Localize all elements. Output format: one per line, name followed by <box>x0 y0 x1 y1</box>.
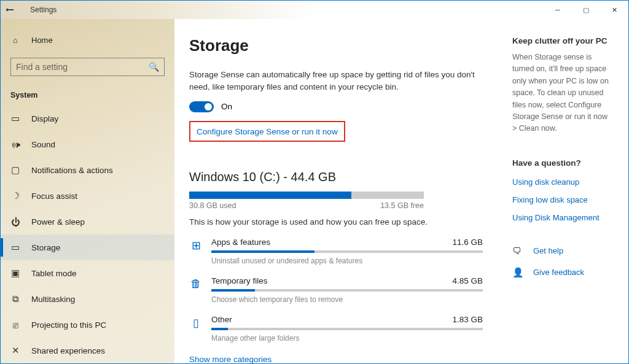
search-input[interactable] <box>16 62 149 72</box>
feedback-icon: 👤 <box>512 267 522 278</box>
window-title: Settings <box>30 6 57 14</box>
nav-label: Shared experiences <box>31 346 105 355</box>
home-icon: ⌂ <box>10 36 20 45</box>
nav-label: Sound <box>31 140 55 149</box>
sidebar-item-multitasking[interactable]: ⧉Multitasking <box>1 286 174 312</box>
sidebar-item-tablet-mode[interactable]: ▣Tablet mode <box>1 260 174 286</box>
help-link-using-disk-management[interactable]: Using Disk Management <box>512 213 614 222</box>
category-icon: ▯ <box>189 315 203 343</box>
disk-note: This is how your storage is used and how… <box>189 217 483 227</box>
sidebar-item-notifications-actions[interactable]: ▢Notifications & actions <box>1 157 174 183</box>
category-name: Other <box>211 315 232 324</box>
toggle-state-label: On <box>221 102 232 111</box>
storage-category-other[interactable]: ▯Other1.83 GBManage other large folders <box>189 315 483 343</box>
get-help-link[interactable]: Get help <box>533 246 563 255</box>
question-heading: Have a question? <box>512 158 614 168</box>
home-label: Home <box>31 36 53 45</box>
search-icon: 🔍 <box>149 62 159 72</box>
configure-highlight: Configure Storage Sense or run it now <box>189 121 345 142</box>
category-bar <box>211 289 483 292</box>
help-link-using-disk-cleanup[interactable]: Using disk cleanup <box>512 177 614 187</box>
configure-storage-sense-link[interactable]: Configure Storage Sense or run it now <box>197 127 338 136</box>
get-help-icon: 🗨 <box>512 246 522 256</box>
nav-icon: ⎚ <box>10 320 20 330</box>
main-panel: Storage Storage Sense can automatically … <box>189 36 483 363</box>
category-name: Apps & features <box>211 238 270 247</box>
category-size: 4.85 GB <box>452 276 483 285</box>
sidebar-item-shared-experiences[interactable]: ✕Shared experiences <box>1 338 174 363</box>
nav-icon: 🕪 <box>10 139 20 150</box>
nav-icon: ▭ <box>10 242 20 253</box>
storage-sense-desc: Storage Sense can automatically free up … <box>189 69 483 94</box>
nav-label: Projecting to this PC <box>31 320 106 330</box>
nav-label: Storage <box>31 243 60 252</box>
sidebar-item-focus-assist[interactable]: ☽Focus assist <box>1 183 174 209</box>
category-icon: 🗑 <box>189 276 203 304</box>
sidebar-item-projecting-to-this-pc[interactable]: ⎚Projecting to this PC <box>1 312 174 338</box>
sidebar-item-power-sleep[interactable]: ⏻Power & sleep <box>1 209 174 234</box>
nav-icon: ⧉ <box>10 293 20 304</box>
nav-icon: ☽ <box>10 190 20 201</box>
nav-label: Power & sleep <box>31 217 85 227</box>
category-sub: Choose which temporary files to remove <box>211 295 483 304</box>
category-size: 1.83 GB <box>452 315 483 324</box>
clutter-body: When Storage sense is turned on, it'll f… <box>512 52 614 135</box>
storage-sense-toggle[interactable] <box>189 101 214 112</box>
sidebar-item-storage[interactable]: ▭Storage <box>1 234 174 260</box>
section-header: System <box>1 83 174 106</box>
category-name: Temporary files <box>211 276 268 285</box>
titlebar: 🠔 Settings ─ ▢ ✕ <box>1 1 628 19</box>
nav-label: Focus assist <box>31 192 77 201</box>
page-title: Storage <box>189 36 483 55</box>
disk-usage-bar <box>189 192 424 199</box>
help-link-fixing-low-disk-space[interactable]: Fixing low disk space <box>512 195 614 204</box>
nav-label: Notifications & actions <box>31 166 113 175</box>
category-icon: ⊞ <box>189 238 203 265</box>
nav-icon: ▭ <box>10 113 20 124</box>
disk-free-label: 13.5 GB free <box>380 201 424 210</box>
sidebar-item-sound[interactable]: 🕪Sound <box>1 131 174 157</box>
nav-icon: ✕ <box>10 345 20 356</box>
sidebar: ⌂ Home 🔍 System ▭Display🕪Sound▢Notificat… <box>1 19 174 363</box>
storage-category-temporary-files[interactable]: 🗑Temporary files4.85 GBChoose which temp… <box>189 276 483 304</box>
storage-category-apps-features[interactable]: ⊞Apps & features11.6 GBUninstall unused … <box>189 238 483 265</box>
category-bar <box>211 250 483 253</box>
category-sub: Manage other large folders <box>211 334 483 343</box>
nav-icon: ⏻ <box>10 217 20 227</box>
search-box[interactable]: 🔍 <box>10 58 165 76</box>
nav-icon: ▣ <box>10 268 20 279</box>
nav-label: Tablet mode <box>31 269 77 278</box>
back-button[interactable]: 🠔 <box>1 5 19 15</box>
category-bar <box>211 328 483 330</box>
clutter-heading: Keep clutter off your PC <box>512 36 614 45</box>
close-button[interactable]: ✕ <box>600 1 628 19</box>
minimize-button[interactable]: ─ <box>544 1 572 19</box>
sidebar-item-display[interactable]: ▭Display <box>1 106 174 131</box>
nav-label: Display <box>31 114 58 123</box>
disk-used-label: 30.8 GB used <box>189 201 236 210</box>
give-feedback-link[interactable]: Give feedback <box>533 268 584 277</box>
home-nav[interactable]: ⌂ Home <box>1 30 174 50</box>
show-more-categories-link[interactable]: Show more categories <box>189 355 272 364</box>
nav-icon: ▢ <box>10 165 20 176</box>
category-sub: Uninstall unused or undesired apps & fea… <box>211 257 483 265</box>
side-panel: Keep clutter off your PC When Storage se… <box>483 36 614 363</box>
maximize-button[interactable]: ▢ <box>572 1 600 19</box>
nav-label: Multitasking <box>31 295 75 304</box>
disk-title: Windows 10 (C:) - 44.4 GB <box>189 170 483 184</box>
category-size: 11.6 GB <box>452 238 483 247</box>
